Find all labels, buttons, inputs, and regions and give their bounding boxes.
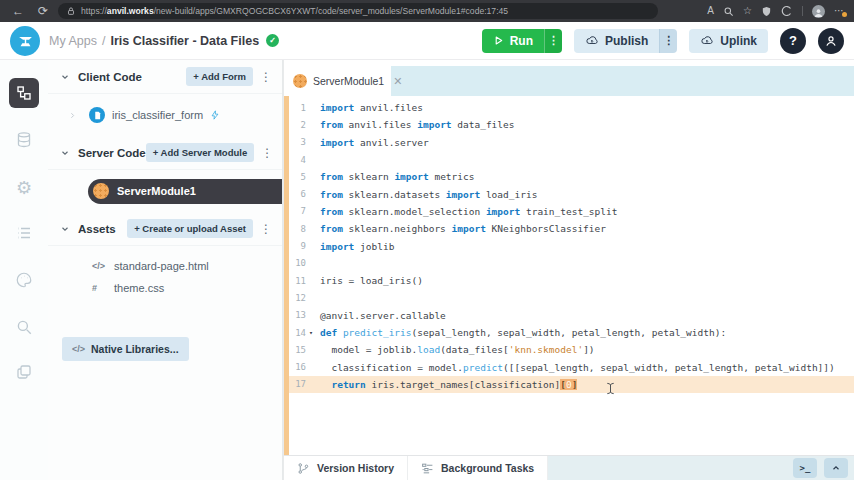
- run-button-group: Run ⋮: [482, 29, 562, 53]
- uplink-cloud-icon: [700, 34, 714, 47]
- section-client-code: Client Code + Add Form ⋮: [48, 60, 282, 94]
- code-line[interactable]: 15 model = joblib.load(data_files['knn.s…: [289, 341, 854, 358]
- app-logs-icon[interactable]: [15, 224, 33, 242]
- code-line[interactable]: 12: [289, 289, 854, 306]
- line-number: 4: [289, 155, 306, 165]
- line-number: 6: [289, 189, 306, 199]
- divider: [802, 6, 803, 16]
- fold-icon[interactable]: ▾: [306, 329, 316, 337]
- code-text: from sklearn import metrics: [316, 171, 854, 182]
- browser-menu-icon[interactable]: ⋯: [834, 6, 844, 16]
- code-text: iris = load_iris(): [316, 275, 854, 286]
- code-line[interactable]: 10: [289, 255, 854, 272]
- favorites-icon[interactable]: ☆: [743, 6, 752, 16]
- code-line[interactable]: 2from anvil.files import data_files: [289, 116, 854, 133]
- breadcrumb-my-apps[interactable]: My Apps: [49, 34, 97, 48]
- version-history-tab[interactable]: Version History: [284, 456, 407, 480]
- code-line[interactable]: 6from sklearn.datasets import load_iris: [289, 185, 854, 202]
- back-icon[interactable]: ←: [12, 5, 24, 17]
- uplink-button-group: Uplink: [689, 29, 768, 53]
- line-number: 5: [289, 172, 306, 182]
- line-number: 9: [289, 241, 306, 251]
- code-line[interactable]: 9import joblib: [289, 237, 854, 254]
- data-tables-icon[interactable]: [15, 131, 34, 150]
- chevron-down-icon[interactable]: [60, 72, 70, 82]
- expand-panel-button[interactable]: [824, 458, 848, 478]
- code-line[interactable]: 16 classification = model.predict([[sepa…: [289, 358, 854, 375]
- icon-rail: ⚙ +: [0, 60, 48, 480]
- add-server-module-button[interactable]: + Add Server Module: [146, 143, 254, 162]
- add-form-button[interactable]: + Add Form: [186, 67, 253, 86]
- client-code-menu-icon[interactable]: ⋮: [253, 70, 276, 84]
- tab-strip: ServerModule1 ✕: [284, 60, 854, 96]
- client-form-item[interactable]: iris_classifier_form: [48, 94, 282, 136]
- zoom-icon[interactable]: [723, 6, 734, 17]
- native-libraries-button[interactable]: </> Native Libraries...: [62, 337, 189, 361]
- breadcrumb-separator: /: [102, 34, 105, 48]
- code-line[interactable]: 11iris = load_iris(): [289, 272, 854, 289]
- code-text: from sklearn.neighbors import KNeighbors…: [316, 223, 854, 234]
- code-line[interactable]: 14▾def predict_iris(sepal_length, sepal_…: [289, 324, 854, 341]
- server-code-menu-icon[interactable]: ⋮: [254, 146, 277, 160]
- chevron-down-icon[interactable]: [60, 148, 70, 158]
- run-menu-button[interactable]: ⋮: [544, 29, 562, 53]
- form-item-label: iris_classifier_form: [112, 109, 203, 121]
- help-button[interactable]: ?: [780, 28, 806, 54]
- dependencies-icon[interactable]: [15, 363, 33, 381]
- create-upload-asset-button[interactable]: + Create or upload Asset: [127, 219, 253, 238]
- code-line[interactable]: 13@anvil.server.callable: [289, 307, 854, 324]
- run-button[interactable]: Run: [482, 29, 544, 53]
- close-tab-icon[interactable]: ✕: [393, 75, 402, 88]
- search-icon[interactable]: [15, 318, 33, 336]
- code-line[interactable]: 17 return iris.target_names[classificati…: [289, 376, 854, 393]
- code-line[interactable]: 5from sklearn import metrics: [289, 168, 854, 185]
- code-line[interactable]: 8from sklearn.neighbors import KNeighbor…: [289, 220, 854, 237]
- code-text: classification = model.predict([[sepal_l…: [316, 362, 854, 373]
- extension-icon[interactable]: [781, 5, 793, 17]
- tab-servermodule1[interactable]: ServerModule1 ✕: [284, 66, 391, 96]
- code-line[interactable]: 7from sklearn.model_selection import tra…: [289, 203, 854, 220]
- theme-icon[interactable]: [15, 271, 33, 289]
- chevron-down-icon[interactable]: [60, 224, 70, 234]
- code-editor[interactable]: 1import anvil.files2from anvil.files imp…: [284, 96, 854, 455]
- shield-icon[interactable]: [761, 6, 772, 17]
- settings-icon[interactable]: ⚙: [16, 179, 32, 197]
- branch-icon: [297, 462, 310, 475]
- code-line[interactable]: 3import anvil.server: [289, 134, 854, 151]
- chevron-right-icon[interactable]: [68, 111, 77, 120]
- asset-label: theme.css: [114, 282, 164, 294]
- server-module-item-selected[interactable]: ServerModule1: [88, 179, 282, 204]
- console-button[interactable]: >_: [793, 458, 817, 478]
- asset-item-css[interactable]: # theme.css: [48, 277, 282, 299]
- line-number: 8: [289, 224, 306, 234]
- code-lines: 1import anvil.files2from anvil.files imp…: [289, 99, 854, 393]
- address-bar[interactable]: https://anvil.works/new-build/apps/GMXRQ…: [58, 3, 658, 19]
- publish-menu-button[interactable]: ⋮: [659, 29, 677, 53]
- lightning-icon[interactable]: [210, 109, 220, 121]
- code-text: from sklearn.model_selection import trai…: [316, 206, 854, 217]
- code-text: import anvil.server: [316, 137, 854, 148]
- asset-item-html[interactable]: </> standard-page.html: [48, 255, 282, 277]
- refresh-icon[interactable]: ⟳: [38, 5, 48, 17]
- publish-button[interactable]: Publish: [574, 29, 659, 53]
- account-button[interactable]: [818, 28, 844, 54]
- code-text: import joblib: [316, 241, 854, 252]
- read-aloud-icon[interactable]: A: [707, 6, 714, 16]
- anvil-logo[interactable]: [10, 26, 40, 56]
- app-title[interactable]: Iris Classifier - Data Files: [110, 34, 259, 48]
- assets-menu-icon[interactable]: ⋮: [253, 222, 276, 236]
- line-number: 14: [289, 328, 306, 338]
- uplink-button[interactable]: Uplink: [689, 29, 768, 53]
- background-tasks-tab[interactable]: Background Tasks: [407, 456, 548, 480]
- code-line[interactable]: 1import anvil.files: [289, 99, 854, 116]
- app-status-ok-icon: ✓: [266, 34, 279, 47]
- line-number: 1: [289, 103, 306, 113]
- line-number: 2: [289, 120, 306, 130]
- browser-profile-avatar[interactable]: [812, 5, 825, 18]
- server-module-icon: [293, 74, 307, 88]
- url-text: https://anvil.works/new-build/apps/GMXRQ…: [81, 6, 508, 16]
- code-line[interactable]: 4: [289, 151, 854, 168]
- lock-icon: [66, 6, 76, 16]
- section-title: Client Code: [78, 71, 142, 83]
- app-browser-icon[interactable]: [9, 78, 39, 108]
